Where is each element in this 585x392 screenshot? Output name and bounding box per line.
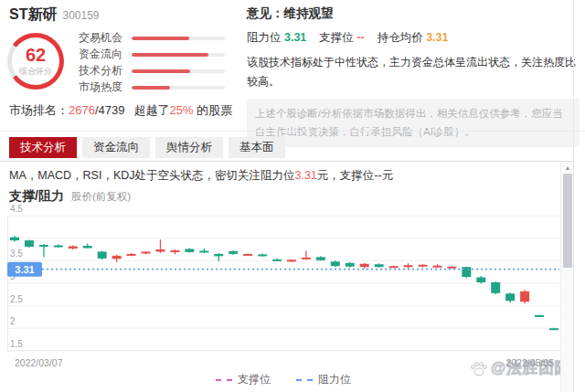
metric-bar-fill: [132, 69, 190, 73]
summary-resistance-value: 3.31: [295, 169, 317, 182]
candle-body: [243, 254, 252, 256]
price-levels: 阻力位 3.31支撑位 --持仓均价 3.31: [247, 30, 580, 46]
candle-body: [69, 247, 78, 249]
candle-body: [316, 257, 325, 260]
metric-row: 资金流向: [79, 48, 225, 60]
x-axis-label-start: 2022/03/07: [15, 357, 63, 368]
disclaimer-box: 上述个股诊断/分析依据市场数据得出，相关信息仅供参考，您应当自主作出投资决策，自…: [247, 99, 580, 147]
y-tick-label: 1.5: [10, 339, 23, 349]
candle-body: [549, 328, 558, 330]
market-ranking: 市场排名：2676/4739超越了25% 的股票: [9, 102, 232, 119]
tab-technical[interactable]: 技术分析: [9, 137, 77, 158]
ranking-exceed-suffix: 的股票: [194, 103, 233, 117]
price-level-label: 支撑位: [319, 31, 356, 44]
candle-body: [54, 246, 63, 248]
metric-bar-track: [132, 69, 225, 73]
legend-label: 阻力位: [318, 372, 351, 387]
scrollbar-up-arrow[interactable]: ▲: [561, 163, 574, 173]
candle-body: [535, 315, 544, 317]
watermark-text: @法胜团队: [491, 358, 570, 378]
candle-body: [389, 266, 399, 268]
metric-bar-fill: [132, 86, 170, 90]
stock-title: ST新研300159: [9, 5, 100, 25]
candle-body: [287, 260, 296, 261]
chart-subtitle: 股价(前复权): [71, 191, 131, 202]
stock-diagnosis-page: ST新研300159 62 综合评分 交易机会资金流向技术分析市场热度 市场排名…: [0, 0, 585, 392]
chart-header: 支撑/阻力股价(前复权): [9, 187, 131, 205]
y-tick-label: 4.5: [10, 205, 23, 214]
candle-body: [462, 267, 471, 277]
tab-fundamental[interactable]: 基本面: [229, 137, 285, 158]
candle-body: [505, 293, 515, 301]
price-level-value: --: [356, 31, 364, 44]
price-level-value: 3.31: [426, 31, 448, 44]
candle-body: [10, 238, 19, 240]
metric-bar-fill: [132, 37, 189, 40]
stock-code: 300159: [62, 9, 99, 22]
metric-label: 技术分析: [79, 63, 132, 79]
price-level-label: 持仓均价: [378, 31, 426, 44]
legend-swatch: [216, 379, 232, 381]
legend-label: 支撑位: [238, 372, 271, 387]
tab-bar: 技术分析资金流向舆情分析基本面: [9, 137, 285, 158]
metric-label: 资金流向: [79, 47, 132, 62]
ranking-label: 市场排名：: [9, 103, 69, 117]
price-level: 阻力位 3.31: [247, 31, 306, 44]
ranking-exceed-prefix: 超越了: [133, 103, 169, 117]
candle-body: [476, 278, 485, 282]
price-level: 支撑位 --: [319, 31, 364, 44]
candle-body: [142, 251, 151, 253]
candle-body: [418, 265, 427, 267]
candle-body: [331, 261, 340, 266]
candle-body: [360, 264, 369, 267]
header-divider: [0, 131, 585, 132]
candle-body: [447, 267, 456, 269]
candle-body: [155, 249, 165, 251]
y-tick-label: 2: [10, 316, 16, 326]
metric-label: 交易机会: [79, 30, 132, 46]
y-tick-label: 3.5: [10, 249, 23, 259]
candle-body: [170, 250, 179, 252]
opinion-description: 该股技术指标处于中性状态，主力资金总体呈流出状态，关注热度比较高。: [247, 53, 580, 91]
tab-sentiment[interactable]: 舆情分析: [155, 137, 223, 158]
price-level-label: 阻力位: [247, 31, 284, 44]
price-level: 持仓均价 3.31: [378, 31, 449, 44]
chart-title: 支撑/阻力: [9, 188, 64, 203]
vertical-scrollbar[interactable]: ▲: [560, 163, 574, 392]
candle-body: [214, 254, 223, 256]
metric-label: 市场热度: [79, 79, 132, 95]
metric-bar-fill: [132, 53, 208, 57]
score-gauge: 62 综合评分: [7, 33, 64, 90]
technical-summary: MA，MACD，RSI，KDJ处于空头状态，密切关注阻力位3.31元，支撑位--…: [9, 168, 393, 184]
y-tick-label: 2.5: [10, 294, 23, 304]
candle-body: [491, 282, 500, 293]
opinion-title: 意见：维持观望: [247, 5, 580, 22]
candle-body: [83, 246, 92, 248]
summary-prefix: MA，MACD，RSI，KDJ处于空头状态，密切关注阻力位: [9, 169, 295, 182]
tab-funds[interactable]: 资金流向: [82, 137, 150, 158]
candle-body: [112, 256, 122, 259]
summary-suffix: 元，支撑位--元: [317, 169, 393, 182]
candle-body: [258, 254, 267, 256]
metric-row: 技术分析: [79, 65, 225, 77]
tab-bar-underline: [0, 161, 574, 162]
candle-body: [39, 245, 48, 247]
candle-body: [25, 240, 34, 247]
scrollbar-thumb[interactable]: [563, 174, 572, 268]
watermark: @法胜团队: [469, 358, 570, 378]
candle-body: [127, 254, 136, 256]
metric-bar-track: [132, 53, 225, 57]
candle-body: [375, 264, 384, 267]
candle-body: [199, 250, 208, 252]
candle-body: [520, 291, 529, 302]
ranking-total: /4739: [95, 103, 125, 117]
candle-body: [185, 249, 194, 251]
candle-body: [272, 260, 282, 261]
candlestick-chart: 4.53.532.521.53.312022/03/072022/05/05: [7, 205, 561, 371]
candle-body: [432, 266, 441, 268]
candle-body: [302, 258, 311, 260]
candle-body: [98, 251, 107, 258]
score-value: 62: [26, 46, 46, 64]
ranking-exceed-value: 25%: [169, 103, 193, 117]
legend-swatch: [296, 379, 313, 381]
